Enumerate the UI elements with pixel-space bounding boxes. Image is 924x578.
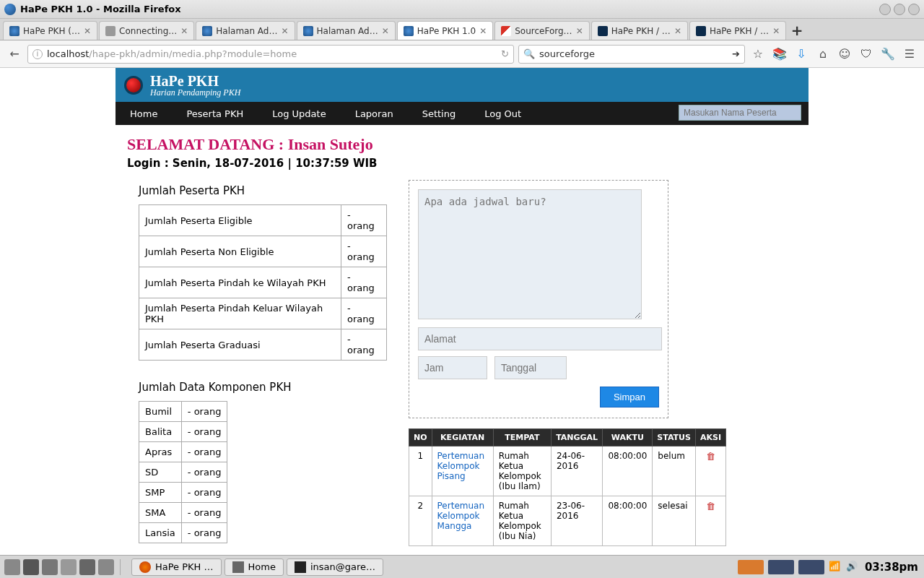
cell-label: SMA: [139, 503, 182, 523]
taskbar-files[interactable]: Home: [225, 558, 284, 576]
nav-link[interactable]: Home: [130, 108, 157, 119]
browser-tab[interactable]: SourceForg…✕: [494, 21, 589, 40]
search-bar[interactable]: 🔍 sourceforge ➔: [518, 45, 745, 64]
taskbar-clock[interactable]: 03:38pm: [865, 561, 918, 574]
delete-icon[interactable]: 🗑: [706, 501, 715, 512]
cell-value: - orang: [181, 503, 227, 523]
nav-link[interactable]: Peserta PKH: [186, 108, 243, 119]
terminal-icon: [295, 561, 306, 573]
tab-close-icon[interactable]: ✕: [84, 26, 91, 36]
launcher-icon[interactable]: [79, 559, 95, 575]
window-title: HaPe PKH 1.0 - Mozilla Firefox: [20, 4, 181, 14]
kegiatan-link[interactable]: Pertemuan Kelompok Mangga: [437, 501, 484, 531]
peserta-table: Jumlah Peserta Eligible- orangJumlah Pes…: [139, 204, 387, 361]
cell-label: Jumlah Peserta Pindah ke Wilayah PKH: [139, 267, 341, 298]
tray-box-icon[interactable]: [768, 560, 794, 574]
tab-label: HaPe PKH 1.0: [417, 26, 476, 36]
alamat-input[interactable]: [418, 327, 662, 350]
go-icon[interactable]: ➔: [732, 48, 740, 59]
kegiatan-link[interactable]: Pertemuan Kelompok Pisang: [437, 451, 484, 481]
home-icon[interactable]: ⌂: [814, 46, 832, 63]
tab-close-icon[interactable]: ✕: [281, 26, 288, 36]
launcher-icon[interactable]: [23, 559, 39, 575]
browser-tab[interactable]: Connecting…✕: [99, 21, 194, 40]
column-header: TANGGAL: [551, 429, 603, 447]
schedule-form: Simpan: [409, 180, 668, 418]
tab-close-icon[interactable]: ✕: [772, 26, 780, 36]
library-icon[interactable]: 📚: [771, 46, 788, 63]
launcher-icon[interactable]: [4, 559, 20, 575]
cell-label: Bumil: [139, 402, 182, 422]
cell-tanggal: 23-06-2016: [551, 496, 603, 546]
back-button[interactable]: ←: [6, 46, 23, 63]
cell-value: - orang: [341, 267, 386, 298]
welcome-heading: SELAMAT DATANG : Insan Sutejo: [127, 135, 797, 154]
nav-search-input[interactable]: [679, 105, 801, 121]
tab-favicon-icon: [9, 26, 19, 36]
tab-favicon-icon: [501, 26, 511, 36]
cell-status: selesai: [653, 496, 696, 546]
note-textarea[interactable]: [418, 189, 642, 319]
section-komponen-title: Jumlah Data Komponen PKH: [139, 381, 387, 394]
reload-icon[interactable]: ↻: [501, 48, 509, 59]
launcher-icon[interactable]: [61, 559, 77, 575]
tab-close-icon[interactable]: ✕: [382, 26, 389, 36]
table-row: Jumlah Peserta Eligible- orang: [139, 205, 387, 236]
tanggal-input[interactable]: [494, 356, 567, 379]
new-tab-button[interactable]: +: [788, 21, 806, 40]
minimize-button[interactable]: [879, 4, 891, 15]
cell-value: - orang: [181, 523, 227, 543]
cell-value: - orang: [181, 442, 227, 462]
browser-tab[interactable]: HaPe PKH / …✕: [689, 21, 786, 40]
cell-value: - orang: [181, 483, 227, 503]
tab-close-icon[interactable]: ✕: [180, 26, 188, 36]
nav-link[interactable]: Setting: [422, 108, 456, 119]
info-icon: i: [32, 49, 43, 59]
nav-link[interactable]: Log Out: [484, 108, 521, 119]
browser-tab[interactable]: Halaman Ad…✕: [196, 21, 295, 40]
delete-icon[interactable]: 🗑: [706, 451, 715, 462]
tray-box-icon[interactable]: [738, 560, 764, 574]
nav-link[interactable]: Laporan: [355, 108, 393, 119]
app-nav: HomePeserta PKHLog UpdateLaporanSettingL…: [116, 102, 808, 125]
tab-close-icon[interactable]: ✕: [576, 26, 583, 36]
pocket-icon[interactable]: 🛡: [858, 46, 875, 63]
launcher-icon[interactable]: [98, 559, 114, 575]
app-title: HaPe PKH: [150, 74, 240, 88]
tab-label: HaPe PKH (…: [23, 26, 80, 36]
maximize-button[interactable]: [894, 4, 905, 15]
url-path: /hape-pkh/admin/media.php?module=home: [89, 48, 297, 59]
tray-box-icon[interactable]: [798, 560, 824, 574]
browser-toolbar: ← i localhost/hape-pkh/admin/media.php?m…: [0, 40, 924, 68]
cell-label: Jumlah Peserta Graduasi: [139, 329, 341, 361]
cell-status: belum: [653, 447, 696, 496]
browser-tab[interactable]: Halaman Ad…✕: [297, 21, 396, 40]
taskbar-terminal[interactable]: insan@gare…: [287, 558, 383, 576]
download-icon[interactable]: ⇩: [793, 46, 810, 63]
page-viewport: HaPe PKH Harian Pendamping PKH HomePeser…: [0, 68, 924, 555]
jam-input[interactable]: [418, 356, 487, 379]
nav-link[interactable]: Log Update: [272, 108, 326, 119]
wifi-icon[interactable]: 📶: [829, 561, 842, 574]
taskbar-item-label: HaPe PKH …: [155, 561, 214, 572]
browser-tab[interactable]: HaPe PKH / …✕: [591, 21, 688, 40]
column-header: STATUS: [653, 429, 696, 447]
cell-aksi: 🗑: [695, 447, 725, 496]
launcher-icon[interactable]: [42, 559, 58, 575]
tab-favicon-icon: [404, 26, 414, 36]
menu-icon[interactable]: ☰: [901, 46, 918, 63]
browser-tab[interactable]: HaPe PKH (…✕: [3, 21, 97, 40]
addon-icon[interactable]: 🔧: [879, 46, 897, 63]
simpan-button[interactable]: Simpan: [600, 387, 659, 407]
tab-close-icon[interactable]: ✕: [479, 26, 487, 36]
volume-icon[interactable]: 🔊: [846, 561, 859, 574]
taskbar-firefox[interactable]: HaPe PKH …: [131, 558, 222, 576]
chat-icon[interactable]: ☺: [836, 46, 853, 63]
schedule-table: NOKEGIATANTEMPATTANGGALWAKTUSTATUSAKSI1P…: [409, 428, 726, 546]
bookmark-icon[interactable]: ☆: [749, 46, 767, 63]
browser-tab[interactable]: HaPe PKH 1.0✕: [397, 21, 493, 40]
address-bar[interactable]: i localhost/hape-pkh/admin/media.php?mod…: [27, 45, 514, 64]
table-row: Jumlah Peserta Pindah ke Wilayah PKH- or…: [139, 267, 387, 298]
close-window-button[interactable]: [908, 4, 920, 15]
tab-close-icon[interactable]: ✕: [674, 26, 681, 36]
